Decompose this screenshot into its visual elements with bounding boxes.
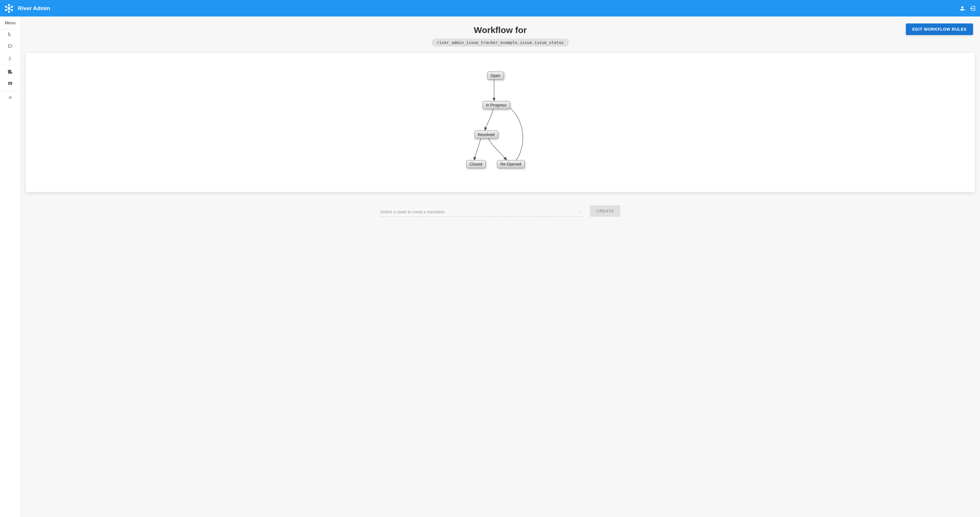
workflow-node-reopened[interactable]: Re-Opened bbox=[497, 160, 525, 168]
state-select[interactable] bbox=[380, 207, 583, 217]
sidebar-item-states[interactable] bbox=[0, 41, 20, 52]
sidebar: Menu fx bbox=[0, 16, 21, 517]
create-button[interactable]: CREATE bbox=[590, 205, 620, 217]
sidebar-item-shipping[interactable] bbox=[0, 67, 20, 78]
workflow-node-in-progress[interactable]: In Progress bbox=[482, 101, 510, 109]
workflow-node-closed[interactable]: Closed bbox=[466, 160, 486, 168]
sidebar-menu-label: Menu bbox=[0, 16, 20, 29]
svg-point-14 bbox=[10, 82, 11, 84]
app-logo-icon bbox=[4, 3, 14, 13]
app-title: River Admin bbox=[18, 5, 50, 11]
state-select-input[interactable] bbox=[380, 207, 583, 217]
page-title: Workflow for bbox=[474, 25, 527, 35]
tag-icon bbox=[8, 43, 13, 50]
sidebar-item-functions[interactable]: fx bbox=[0, 52, 20, 64]
main-content: Workflow for EDIT WORKFLOW RULES river_a… bbox=[21, 16, 980, 517]
sidebar-divider-2 bbox=[0, 91, 20, 91]
sidebar-divider bbox=[0, 65, 20, 65]
sidebar-item-workflows[interactable] bbox=[0, 29, 20, 41]
function-icon: fx bbox=[9, 56, 11, 61]
workflow-identifier-chip: river_admin_issue_tracker_example.issue.… bbox=[431, 38, 569, 47]
brand[interactable]: River Admin bbox=[4, 3, 50, 13]
chevrons-right-icon bbox=[8, 95, 13, 101]
workflow-canvas: Open In Progress Resolved Closed Re-Open… bbox=[26, 53, 975, 192]
account-icon[interactable] bbox=[959, 5, 966, 11]
user-card-icon bbox=[8, 81, 13, 87]
workflow-node-open[interactable]: Open bbox=[487, 71, 504, 79]
workflow-graph[interactable]: Open In Progress Resolved Closed Re-Open… bbox=[463, 70, 538, 174]
tree-icon bbox=[8, 32, 13, 38]
truck-icon bbox=[7, 69, 13, 76]
sidebar-item-users[interactable] bbox=[0, 78, 20, 90]
workflow-node-resolved[interactable]: Resolved bbox=[474, 130, 498, 139]
topbar: River Admin bbox=[0, 0, 980, 16]
sidebar-expand[interactable] bbox=[0, 92, 20, 104]
create-transition-form: CREATE bbox=[26, 205, 975, 217]
edit-workflow-rules-button[interactable]: EDIT WORKFLOW RULES bbox=[906, 24, 973, 35]
logout-icon[interactable] bbox=[970, 5, 976, 11]
